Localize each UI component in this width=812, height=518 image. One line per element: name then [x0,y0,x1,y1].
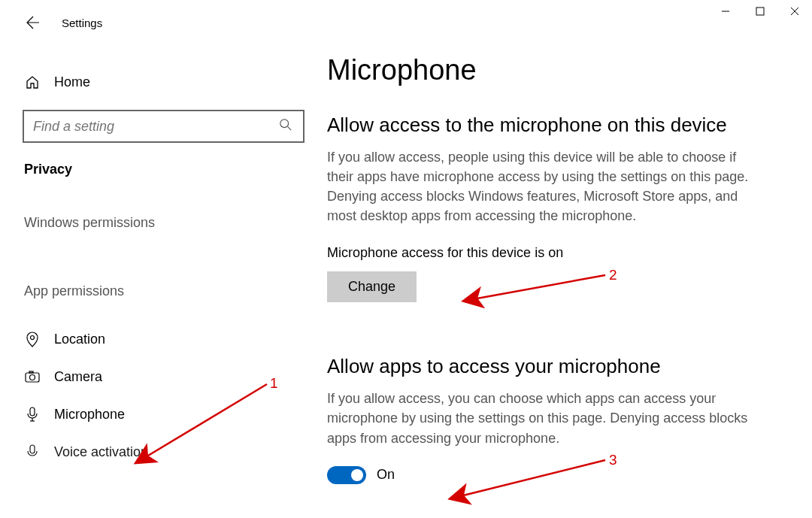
page-title: Microphone [327,54,797,86]
search-box[interactable] [23,110,304,143]
maximize-button[interactable] [743,0,777,23]
section-allow-apps-heading: Allow apps to access your microphone [327,355,797,378]
nav-item-location[interactable]: Location [15,320,312,358]
change-button[interactable]: Change [327,271,417,302]
close-button[interactable] [777,0,812,23]
home-icon [24,74,41,90]
svg-rect-11 [756,8,764,15]
section-allow-apps-desc: If you allow access, you can choose whic… [327,389,763,447]
nav-item-camera[interactable]: Camera [15,358,312,395]
category-privacy: Privacy [15,143,312,185]
svg-line-1 [288,127,292,131]
group-windows-permissions: Windows permissions [15,185,312,241]
svg-rect-6 [30,407,35,416]
group-app-permissions: App permissions [15,241,312,310]
svg-point-4 [30,375,35,380]
camera-icon [24,368,41,385]
minimize-button[interactable] [708,0,743,23]
allow-apps-toggle-label: On [377,467,395,483]
main-content: Microphone Allow access to the microphon… [327,0,812,518]
nav-item-label: Camera [54,369,102,385]
location-icon [24,331,41,347]
allow-apps-toggle[interactable] [327,466,366,484]
device-access-status: Microphone access for this device is on [327,245,797,261]
back-button[interactable] [23,14,41,32]
svg-rect-5 [29,371,33,373]
svg-rect-3 [26,373,39,382]
search-input[interactable] [33,119,279,135]
nav-item-label: Location [54,332,105,347]
sidebar: Settings Home Privacy Windows permission… [0,0,327,518]
search-icon [279,118,294,135]
settings-window: Settings Home Privacy Windows permission… [0,0,812,518]
voice-activation-icon [24,444,41,460]
section-allow-device-access-heading: Allow access to the microphone on this d… [327,114,797,137]
nav-item-microphone[interactable]: Microphone [15,395,312,433]
nav-home-label: Home [54,74,90,90]
svg-point-2 [31,336,35,340]
arrow-left-icon [24,15,39,30]
svg-point-0 [280,120,289,128]
nav-item-label: Microphone [54,407,125,423]
microphone-icon [24,406,41,423]
nav-item-label: Voice activation [54,444,148,460]
nav-home[interactable]: Home [15,60,312,104]
window-controls [708,0,812,30]
svg-rect-9 [30,445,35,453]
app-title: Settings [62,17,102,29]
nav-item-voice-activation[interactable]: Voice activation [15,433,312,471]
section-allow-device-access-desc: If you allow access, people using this d… [327,147,763,226]
title-row: Settings [15,0,312,38]
